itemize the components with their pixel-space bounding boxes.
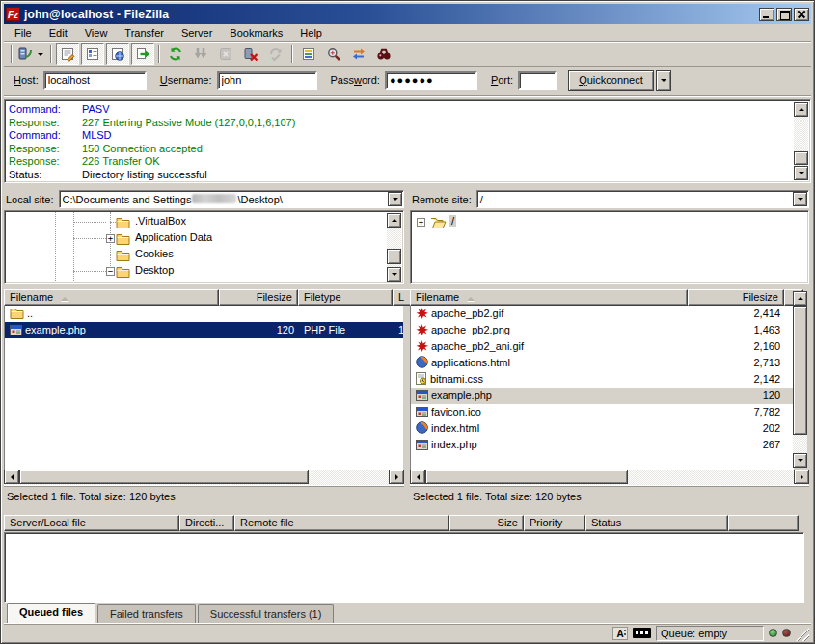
log-line: Command:PASV (9, 103, 791, 117)
maximize-button[interactable] (776, 8, 792, 21)
filter-button[interactable] (297, 43, 320, 65)
remote-list-vscrollbar[interactable] (793, 291, 807, 468)
local-column-header[interactable]: Filetype (298, 289, 393, 306)
port-input[interactable] (518, 71, 557, 90)
tree-collapse-icon[interactable]: − (106, 267, 115, 276)
host-input[interactable] (43, 71, 147, 90)
quickconnect-button[interactable]: Quickconnect (568, 70, 654, 91)
password-input[interactable] (385, 71, 477, 90)
menu-bookmarks[interactable]: Bookmarks (221, 25, 291, 41)
scroll-left-button[interactable] (4, 470, 19, 484)
file-row[interactable]: bitnami.css2,142 (411, 371, 794, 388)
tab-queued-files[interactable]: Queued files (7, 603, 95, 623)
local-tree-vscrollbar[interactable] (387, 213, 401, 282)
file-row[interactable]: apache_pb2.png1,463 (411, 322, 794, 338)
scroll-thumb[interactable] (794, 151, 808, 165)
arrow-down-icon (799, 172, 804, 177)
file-row[interactable]: example.php120PHP File1 (5, 322, 403, 338)
scroll-left-button[interactable] (410, 470, 425, 484)
speed-limit-icon[interactable] (633, 628, 651, 638)
toolbar-dropdown-arrow[interactable] (35, 44, 45, 64)
scroll-thumb[interactable] (387, 249, 401, 264)
tree-expand-icon[interactable]: + (106, 234, 115, 243)
scroll-thumb[interactable] (793, 306, 807, 435)
resize-grip[interactable] (796, 628, 809, 641)
file-row[interactable]: .. (5, 306, 403, 322)
queue-column-header[interactable]: Directi... (179, 515, 234, 531)
toggle-message-log-button[interactable] (56, 43, 79, 65)
scroll-thumb[interactable] (425, 470, 628, 484)
scroll-right-button[interactable] (794, 470, 809, 484)
queue-column-header[interactable]: Size (449, 515, 524, 531)
local-column-header[interactable]: Filename (4, 289, 219, 306)
tab-failed-transfers[interactable]: Failed transfers (97, 604, 196, 623)
menu-file[interactable]: File (6, 25, 41, 41)
tree-item[interactable]: .VirtualBox (6, 214, 387, 230)
minimize-button[interactable] (759, 8, 774, 21)
file-row[interactable]: apache_pb2_ani.gif2,160 (411, 338, 794, 355)
menu-help[interactable]: Help (291, 25, 331, 41)
username-input[interactable] (217, 71, 317, 90)
arrow-down-icon (798, 459, 803, 465)
tree-item[interactable]: −Desktop (6, 263, 387, 280)
refresh-button[interactable] (164, 43, 187, 65)
queue-column-header[interactable]: Priority (524, 515, 585, 531)
menu-transfer[interactable]: Transfer (116, 25, 173, 41)
cancel-operation-button[interactable] (214, 43, 237, 65)
remote-column-header[interactable]: Filesize (688, 289, 784, 306)
toggle-message-log-icon (60, 46, 75, 62)
scroll-down-button[interactable] (793, 453, 807, 468)
reconnect-button[interactable] (264, 43, 287, 65)
toggle-transfer-queue-button[interactable] (131, 43, 154, 65)
file-row[interactable]: apache_pb2.gif2,414 (411, 306, 794, 322)
remote-site-combobox[interactable]: / (476, 190, 809, 208)
scroll-up-button[interactable] (793, 291, 807, 306)
local-list-hscrollbar[interactable] (4, 470, 404, 485)
disconnect-button[interactable] (239, 43, 262, 65)
remote-column-header[interactable]: Filename (410, 289, 688, 306)
queue-column-header[interactable]: Status (585, 515, 728, 531)
menu-edit[interactable]: Edit (41, 25, 76, 41)
quickconnect-dropdown-button[interactable] (656, 70, 671, 91)
file-row[interactable]: index.html202 (411, 420, 794, 437)
directory-comparison-button[interactable] (322, 43, 345, 65)
queue-column-header[interactable]: Remote file (234, 515, 449, 531)
tree-item[interactable]: +/ (412, 214, 807, 230)
file-row[interactable]: index.php267 (411, 437, 794, 453)
image-file-icon (416, 340, 428, 355)
process-queue-button[interactable] (189, 43, 212, 65)
tab-successful-transfers[interactable]: Successful transfers (1) (198, 604, 335, 623)
local-site-dropdown-arrow[interactable] (388, 192, 402, 206)
file-row[interactable]: favicon.ico7,782 (411, 404, 794, 420)
menu-view[interactable]: View (76, 25, 117, 41)
scroll-right-button[interactable] (389, 470, 404, 484)
queue-column-header[interactable] (728, 515, 799, 531)
file-row[interactable]: applications.html2,713 (411, 355, 794, 371)
remote-list-hscrollbar[interactable] (410, 470, 809, 485)
find-files-button[interactable] (372, 43, 395, 65)
log-vscrollbar[interactable] (794, 102, 808, 180)
menu-server[interactable]: Server (173, 25, 221, 41)
scroll-down-button[interactable] (794, 166, 808, 180)
arrow-up-icon (798, 294, 803, 300)
scroll-down-button[interactable] (387, 267, 401, 282)
toggle-local-tree-button[interactable] (81, 43, 104, 65)
scroll-up-button[interactable] (387, 213, 401, 228)
toggle-remote-tree-button[interactable] (106, 43, 129, 65)
tree-expand-icon[interactable]: + (417, 218, 425, 227)
site-manager-button[interactable] (16, 43, 46, 65)
remote-site-dropdown-arrow[interactable] (793, 192, 807, 206)
local-site-combobox[interactable]: C:\Documents and Settings\Desktop\ (59, 190, 404, 208)
synchronized-browsing-button[interactable] (347, 43, 370, 65)
tree-item[interactable]: Cookies (6, 247, 387, 263)
transfer-queue-body[interactable] (4, 532, 804, 603)
local-column-header[interactable]: Filesize (219, 289, 298, 306)
scroll-up-button[interactable] (794, 102, 808, 117)
data-type-indicator-icon[interactable]: A (612, 627, 628, 640)
cancel-operation-icon (218, 46, 233, 62)
tree-item[interactable]: +Application Data (6, 230, 387, 247)
file-row[interactable]: example.php120 (411, 388, 794, 404)
queue-column-header[interactable]: Server/Local file (4, 515, 179, 531)
scroll-thumb[interactable] (19, 470, 309, 484)
close-button[interactable] (794, 8, 809, 21)
